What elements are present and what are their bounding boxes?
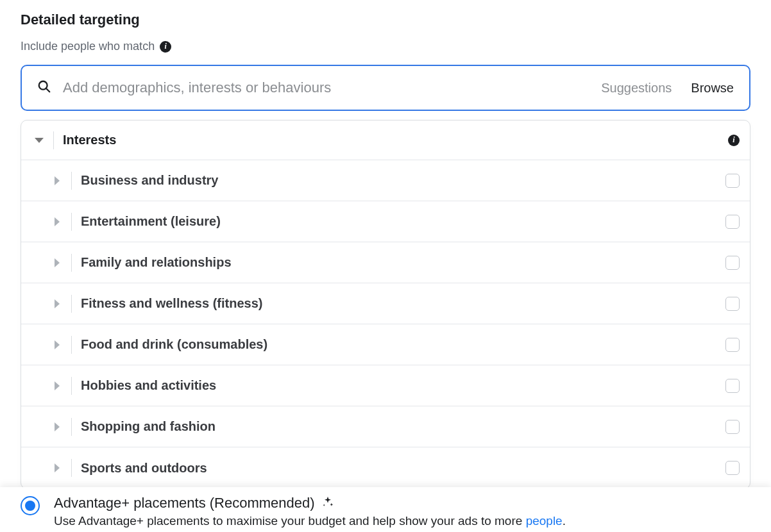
targeting-search-input[interactable] [63,79,589,96]
interests-header-row[interactable]: Interests i [21,121,750,160]
category-checkbox[interactable] [725,174,740,188]
expand-icon[interactable] [47,340,67,349]
chevron-right-icon [55,299,60,308]
interests-info-icon[interactable]: i [728,135,740,146]
expand-icon[interactable] [47,299,67,308]
separator [71,377,72,395]
sparkle-icon [321,495,334,511]
category-row[interactable]: Business and industry [21,160,750,201]
category-label: Business and industry [81,173,725,188]
chevron-right-icon [55,422,60,431]
interests-header-label: Interests [63,133,728,147]
category-checkbox[interactable] [725,420,740,434]
category-row[interactable]: Fitness and wellness (fitness) [21,283,750,324]
expand-icon[interactable] [47,422,67,431]
advantage-placements-radio[interactable] [21,496,40,515]
separator [71,172,72,190]
section-title: Detailed targeting [21,12,750,28]
category-label: Sports and outdoors [81,461,725,476]
chevron-down-icon [35,138,44,143]
category-row[interactable]: Shopping and fashion [21,406,750,447]
category-row[interactable]: Family and relationships [21,242,750,283]
category-checkbox[interactable] [725,338,740,352]
chevron-right-icon [55,217,60,226]
expand-icon[interactable] [47,381,67,390]
suggestions-link[interactable]: Suggestions [601,81,672,96]
category-checkbox[interactable] [725,215,740,229]
svg-line-1 [46,88,50,92]
include-people-label: Include people who match [21,40,155,53]
browse-link[interactable]: Browse [691,81,734,96]
targeting-search-box[interactable]: Suggestions Browse [21,65,750,111]
chevron-right-icon [55,381,60,390]
placements-section: Advantage+ placements (Recommended) Use … [0,487,771,532]
placements-title: Advantage+ placements (Recommended) [54,495,315,511]
category-checkbox[interactable] [725,256,740,270]
interests-panel: Interests i Business and industry Entert… [21,120,750,489]
chevron-right-icon [55,463,60,472]
radio-selected-icon [25,501,35,511]
search-icon [37,79,51,96]
category-checkbox[interactable] [725,461,740,475]
placements-description: Use Advantage+ placements to maximise yo… [54,514,750,528]
category-label: Hobbies and activities [81,378,725,393]
separator [53,131,54,149]
category-row[interactable]: Hobbies and activities [21,365,750,406]
chevron-right-icon [55,176,60,185]
separator [71,295,72,313]
collapse-icon[interactable] [29,138,49,143]
category-row[interactable]: Entertainment (leisure) [21,201,750,242]
separator [71,459,72,477]
category-row[interactable]: Food and drink (consumables) [21,324,750,365]
category-label: Shopping and fashion [81,419,725,434]
chevron-right-icon [55,340,60,349]
expand-icon[interactable] [47,463,67,472]
info-icon[interactable]: i [160,41,171,53]
separator [71,213,72,231]
category-label: Family and relationships [81,255,725,270]
separator [71,254,72,272]
category-checkbox[interactable] [725,297,740,311]
expand-icon[interactable] [47,217,67,226]
interests-list: Business and industry Entertainment (lei… [21,160,750,488]
chevron-right-icon [55,258,60,267]
expand-icon[interactable] [47,176,67,185]
people-link[interactable]: people [526,514,563,528]
separator [71,336,72,354]
category-label: Food and drink (consumables) [81,337,725,352]
expand-icon[interactable] [47,258,67,267]
separator [71,418,72,436]
category-label: Fitness and wellness (fitness) [81,296,725,311]
category-checkbox[interactable] [725,379,740,393]
category-row[interactable]: Sports and outdoors [21,447,750,488]
category-label: Entertainment (leisure) [81,214,725,229]
